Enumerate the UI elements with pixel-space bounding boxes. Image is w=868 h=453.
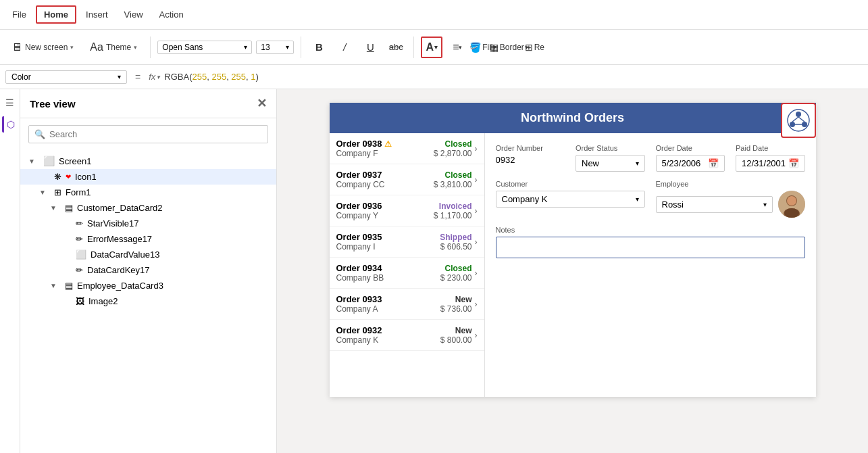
align-chevron-icon: ▾ xyxy=(459,44,462,51)
strikethrough-button[interactable]: abc xyxy=(385,37,407,58)
order-item-0932[interactable]: Order 0932 New Company K $ 800.00 › xyxy=(330,320,484,351)
paid-date-field: Paid Date 12/31/2001 📅 xyxy=(736,144,805,172)
align-button[interactable]: ≡ ▾ xyxy=(446,37,468,58)
tree-toggle-screen1[interactable]: ▼ xyxy=(28,158,39,165)
tree-item-errormessage17[interactable]: ✏ ErrorMessage17 xyxy=(20,231,276,247)
hamburger-menu-icon[interactable]: ☰ xyxy=(2,95,18,111)
formula-content[interactable]: RGBA(255, 255, 255, 1) xyxy=(164,72,863,82)
font-color-button[interactable]: A ▾ xyxy=(421,37,442,58)
tree-item-datacardvalue13[interactable]: ⬜ DataCardValue13 xyxy=(20,247,276,262)
network-icon xyxy=(786,108,811,133)
font-color-chevron-icon: ▾ xyxy=(434,44,438,51)
tree-item-employee-dc3[interactable]: ▼ ▤ Employee_DataCard3 xyxy=(20,278,276,293)
svg-line-4 xyxy=(792,117,798,122)
order-item-0935[interactable]: Order 0935 Shipped Company I $ 606.50 › xyxy=(330,226,484,258)
image2-icon: 🖼 xyxy=(76,296,84,306)
rgba-a: 1 xyxy=(251,72,255,82)
tree-item-starvisible17[interactable]: ✏ StarVisible17 xyxy=(20,216,276,231)
order-date-picker[interactable]: 5/23/2006 📅 xyxy=(656,155,725,172)
menu-file[interactable]: File xyxy=(5,7,33,22)
order-item-0937[interactable]: Order 0937 Closed Company CC $ 3,810.00 … xyxy=(330,164,484,195)
order-0933-status: New xyxy=(455,295,472,304)
employee-dropdown[interactable]: Rossi ▾ xyxy=(656,196,773,213)
employee-dc3-label: Employee_DataCard3 xyxy=(77,281,268,291)
order-0936-company: Company Y xyxy=(336,211,378,220)
font-size-selector[interactable]: 13 ▾ xyxy=(256,41,294,54)
svg-point-10 xyxy=(787,196,796,206)
border-button[interactable]: ▦ Border ▾ xyxy=(498,37,519,58)
notes-input[interactable] xyxy=(496,237,805,258)
screen1-icon: ⬜ xyxy=(43,156,55,166)
layers-icon[interactable]: ⬡ xyxy=(2,116,18,133)
customer-label: Customer xyxy=(496,180,645,188)
order-0935-company: Company I xyxy=(336,242,376,252)
tree-item-datacardkey17[interactable]: ✏ DataCardKey17 xyxy=(20,262,276,278)
tree-item-screen1[interactable]: ▼ ⬜ Screen1 xyxy=(20,153,276,169)
detail-row-2: Customer Company K ▾ Employee Rossi xyxy=(496,180,805,218)
rgba-b: 255 xyxy=(231,72,246,82)
employee-dc3-icon: ▤ xyxy=(65,281,73,291)
datacardvalue13-label: DataCardValue13 xyxy=(91,249,268,260)
form1-label: Form1 xyxy=(66,187,268,197)
menu-action[interactable]: Action xyxy=(153,7,190,22)
tree-toggle-employee-dc3[interactable]: ▼ xyxy=(50,282,61,289)
rgba-r: 255 xyxy=(192,72,207,82)
customer-dc2-icon: ▤ xyxy=(65,203,73,213)
tree-item-customer-dc2[interactable]: ▼ ▤ Customer_DataCard2 xyxy=(20,200,276,216)
network-icon-button[interactable] xyxy=(781,103,816,138)
search-box[interactable]: 🔍 xyxy=(28,125,268,143)
menu-bar: File Home Insert View Action xyxy=(0,0,868,30)
search-input[interactable] xyxy=(49,129,262,139)
datacardkey17-label: DataCardKey17 xyxy=(87,265,268,275)
order-date-field: Order Date 5/23/2006 📅 xyxy=(656,144,725,172)
paid-date-picker[interactable]: 12/31/2001 📅 xyxy=(736,155,805,172)
image2-label: Image2 xyxy=(88,296,268,306)
customer-dropdown[interactable]: Company K ▾ xyxy=(496,191,645,208)
tree-content: ▼ ⬜ Screen1 ❋ ❤ Icon1 ▼ ⊞ Form1 ▼ ▤ Cust xyxy=(20,150,276,453)
errormessage17-label: ErrorMessage17 xyxy=(87,234,268,244)
font-family-selector[interactable]: Open Sans ▾ xyxy=(157,41,252,54)
menu-home[interactable]: Home xyxy=(36,5,76,24)
tree-toggle-form1[interactable]: ▼ xyxy=(39,189,50,196)
bold-button[interactable]: B xyxy=(308,37,330,58)
reorder-icon: ⊞ xyxy=(525,42,533,53)
tree-item-form1[interactable]: ▼ ⊞ Form1 xyxy=(20,185,276,200)
tree-close-button[interactable]: ✕ xyxy=(257,96,267,111)
underline-button[interactable]: U xyxy=(359,37,381,58)
border-icon: ▦ xyxy=(490,42,499,53)
menu-insert[interactable]: Insert xyxy=(79,7,115,22)
order-item-0934[interactable]: Order 0934 Closed Company BB $ 230.00 › xyxy=(330,258,484,289)
tree-item-image2[interactable]: 🖼 Image2 xyxy=(20,293,276,309)
order-list-scroll[interactable]: Order 0938 ⚠ Closed Company F $ 2,870.00 xyxy=(330,133,484,397)
starvisible17-icon: ✏ xyxy=(76,218,83,229)
order-item-0938[interactable]: Order 0938 ⚠ Closed Company F $ 2,870.00 xyxy=(330,133,484,164)
italic-button[interactable]: / xyxy=(334,37,355,58)
order-0934-chevron-icon: › xyxy=(475,268,478,278)
order-status-dropdown[interactable]: New ▾ xyxy=(576,155,645,172)
icon1-icon: ❋ xyxy=(54,172,61,182)
order-0938-amount: $ 2,870.00 xyxy=(434,149,472,158)
tree-item-icon1[interactable]: ❋ ❤ Icon1 xyxy=(20,169,276,185)
theme-chevron-icon: ▾ xyxy=(134,44,137,51)
menu-view[interactable]: View xyxy=(118,7,150,22)
new-screen-button[interactable]: 🖥 New screen ▾ xyxy=(5,38,80,57)
order-0935-amount: $ 606.50 xyxy=(440,242,472,252)
formula-bar: Color ▾ = fx ▾ RGBA(255, 255, 255, 1) xyxy=(0,65,868,89)
property-selector[interactable]: Color ▾ xyxy=(5,70,127,84)
search-icon: 🔍 xyxy=(34,129,45,139)
detail-row-1: Order Number 0932 Order Status New ▾ Ord… xyxy=(496,144,805,172)
order-detail: Order Number 0932 Order Status New ▾ Ord… xyxy=(485,133,816,397)
order-0938-chevron-icon: › xyxy=(475,144,478,153)
reorder-button[interactable]: ⊞ Re xyxy=(524,37,545,58)
app-body: Order 0938 ⚠ Closed Company F $ 2,870.00 xyxy=(330,133,816,397)
order-0932-company: Company K xyxy=(336,335,379,345)
fx-button[interactable]: fx ▾ xyxy=(149,72,160,82)
tree-toggle-customer-dc2[interactable]: ▼ xyxy=(50,204,61,212)
order-0937-amount: $ 3,810.00 xyxy=(434,180,472,189)
order-0932-amount: $ 800.00 xyxy=(440,335,472,345)
theme-button[interactable]: Aa Theme ▾ xyxy=(84,38,143,57)
order-item-0933[interactable]: Order 0933 New Company A $ 736.00 › xyxy=(330,289,484,320)
errormessage17-icon: ✏ xyxy=(76,234,83,244)
order-0937-chevron-icon: › xyxy=(475,175,478,185)
order-item-0936[interactable]: Order 0936 Invoiced Company Y $ 1,170.00… xyxy=(330,195,484,226)
